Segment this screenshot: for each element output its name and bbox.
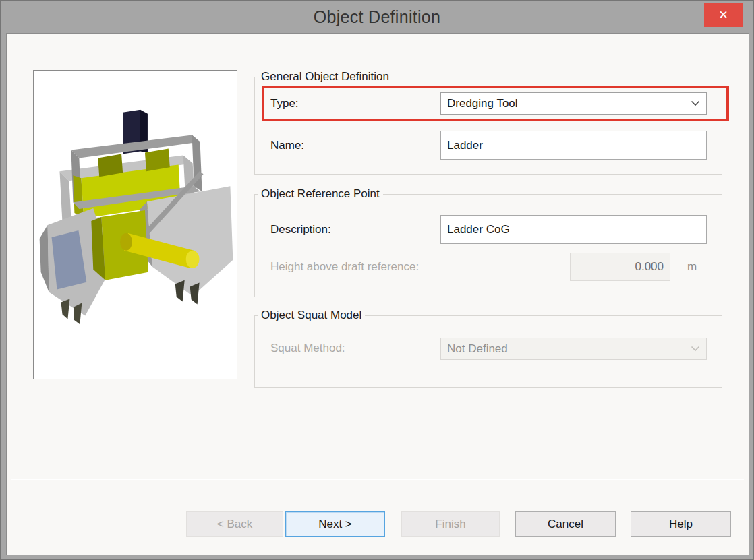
name-input[interactable] <box>440 131 707 160</box>
group-general-title: General Object Definition <box>258 70 393 84</box>
description-label: Description: <box>270 216 331 243</box>
finish-button: Finish <box>401 511 500 537</box>
name-label: Name: <box>270 132 304 159</box>
height-unit-label: m <box>687 253 697 280</box>
group-squat-title: Object Squat Model <box>258 309 365 322</box>
description-input[interactable] <box>440 215 707 244</box>
close-button[interactable]: ✕ <box>704 3 743 27</box>
cancel-button[interactable]: Cancel <box>515 511 616 537</box>
next-button[interactable]: Next > <box>285 511 385 537</box>
type-label: Type: <box>270 93 299 115</box>
footer-divider <box>11 479 744 480</box>
close-icon: ✕ <box>718 9 728 21</box>
type-dropdown-value: Dredging Tool <box>447 97 691 111</box>
window-title: Object Definition <box>1 1 753 33</box>
squat-method-label: Squat Method: <box>270 338 345 359</box>
back-button: < Back <box>186 511 283 537</box>
height-above-draft-input <box>570 253 670 281</box>
group-reference-title: Object Reference Point <box>258 187 383 201</box>
chevron-down-icon <box>691 100 700 106</box>
help-button[interactable]: Help <box>631 511 731 537</box>
squat-method-value: Not Defined <box>447 342 691 356</box>
model-preview <box>33 70 237 379</box>
title-bar: Object Definition ✕ <box>1 1 753 33</box>
squat-method-dropdown: Not Defined <box>440 338 707 360</box>
object-definition-window: Object Definition ✕ <box>0 0 754 560</box>
dredging-tool-3d-image <box>34 71 238 379</box>
type-dropdown[interactable]: Dredging Tool <box>440 92 707 115</box>
height-above-draft-label: Height above draft reference: <box>270 253 419 280</box>
chevron-down-icon <box>691 346 700 352</box>
